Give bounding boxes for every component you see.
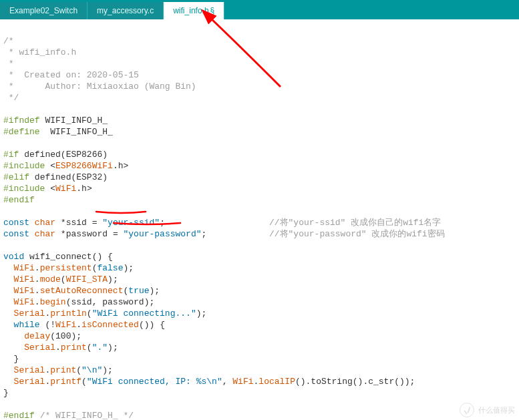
pre-include: #include — [3, 184, 45, 194]
comment: * Created on: 2020-05-15 — [3, 70, 139, 80]
tab-my-accessory[interactable]: my_accessory.c — [88, 2, 164, 19]
comment: */ — [3, 93, 19, 103]
password-value: "your-password" — [124, 229, 202, 239]
ssid-comment: //将"your-ssid" 改成你自己的wifi名字 — [269, 218, 441, 228]
tab-wifi-info[interactable]: wifi_info.h§ — [164, 2, 224, 19]
tab-example02[interactable]: Example02_Switch — [0, 2, 88, 19]
pre-endif: #endif — [3, 195, 35, 205]
code-editor[interactable]: /* * wifi_info.h * * Created on: 2020-05… — [0, 19, 519, 420]
pre-endif: #endif — [3, 411, 35, 420]
pre-ifndef: #ifndef — [3, 116, 40, 126]
pre-include: #include — [3, 161, 45, 171]
comment: * Author: Mixiaoxiao (Wang Bin) — [3, 81, 196, 91]
tab-bar: Example02_Switch my_accessory.c wifi_inf… — [0, 0, 519, 19]
watermark-logo-icon — [460, 403, 474, 417]
pre-if: #if — [3, 150, 19, 160]
pre-define: #define — [3, 127, 40, 137]
password-comment: //将"your-password" 改成你的wifi密码 — [269, 229, 445, 239]
ssid-value: "your-ssid" — [102, 218, 160, 228]
comment: * wifi_info.h — [3, 47, 76, 57]
pre-elif: #elif — [3, 172, 29, 182]
kw-const: const — [3, 229, 29, 239]
kw-void: void — [3, 252, 24, 262]
watermark: 什么值得买 — [460, 403, 515, 417]
kw-const: const — [3, 218, 29, 228]
modified-indicator-icon: § — [210, 6, 215, 15]
comment: /* — [3, 36, 14, 46]
comment: * — [3, 59, 14, 69]
